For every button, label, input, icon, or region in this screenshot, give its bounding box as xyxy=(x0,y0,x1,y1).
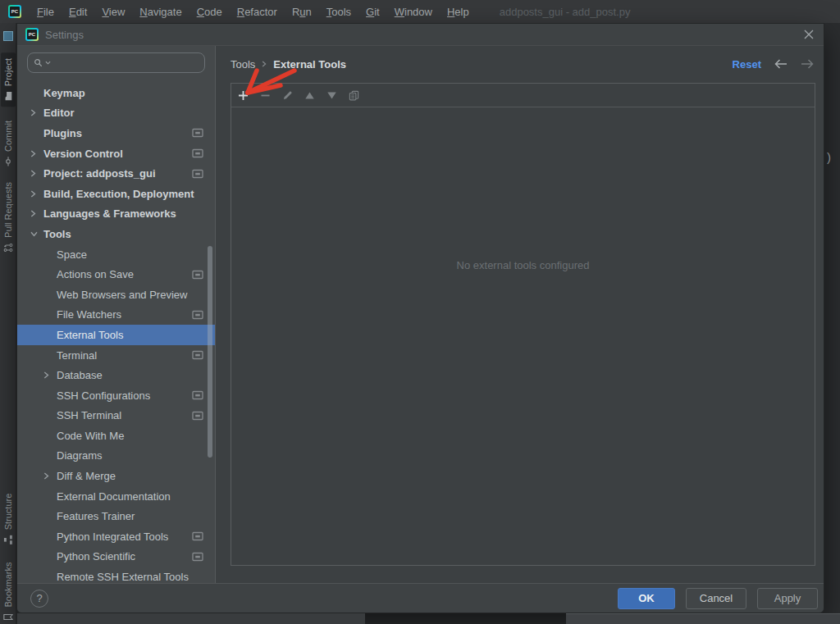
settings-tree-item-terminal[interactable]: Terminal xyxy=(17,345,215,366)
settings-page-icon xyxy=(192,390,203,400)
tree-item-label: External Tools xyxy=(57,329,123,341)
tree-item-label: Web Browsers and Preview xyxy=(57,289,187,301)
settings-tree-item-plugins[interactable]: Plugins xyxy=(17,123,215,143)
tree-item-label: Python Integrated Tools xyxy=(57,531,168,543)
settings-tree-item-ssh-configurations[interactable]: SSH Configurations xyxy=(17,385,215,406)
settings-tree-item-external-documentation[interactable]: External Documentation xyxy=(17,486,215,507)
settings-tree-item-file-watchers[interactable]: File Watchers xyxy=(17,305,215,326)
help-button[interactable]: ? xyxy=(30,590,48,608)
chevron-right-icon[interactable] xyxy=(30,109,43,116)
settings-page-icon xyxy=(192,310,203,320)
tree-item-label: SSH Terminal xyxy=(57,409,121,421)
list-toolbar xyxy=(231,84,815,107)
settings-tree-item-editor[interactable]: Editor xyxy=(17,103,215,124)
menu-refactor[interactable]: Refactor xyxy=(230,6,285,18)
tool-window-label: Pull Requests xyxy=(3,182,13,238)
menu-bar: FileEditViewNavigateCodeRefactorRunTools… xyxy=(0,0,840,23)
copy-button[interactable] xyxy=(348,89,359,101)
chevron-down-icon[interactable] xyxy=(30,231,43,237)
settings-tree-item-remote-ssh-external-tools[interactable]: Remote SSH External Tools xyxy=(17,567,215,583)
ok-button[interactable]: OK xyxy=(618,588,675,609)
tree-item-label: Keymap xyxy=(43,87,85,99)
settings-tree-item-languages-frameworks[interactable]: Languages & Frameworks xyxy=(17,204,215,225)
menu-git[interactable]: Git xyxy=(358,6,387,18)
menu-tools[interactable]: Tools xyxy=(319,6,358,18)
search-box[interactable] xyxy=(27,52,205,73)
settings-tree-item-build-execution-deployment[interactable]: Build, Execution, Deployment xyxy=(17,184,215,204)
dialog-body: KeymapEditorPluginsVersion ControlProjec… xyxy=(17,46,824,583)
settings-tree: KeymapEditorPluginsVersion ControlProjec… xyxy=(17,83,215,583)
move-up-button[interactable] xyxy=(304,89,315,101)
chevron-right-icon[interactable] xyxy=(43,371,57,379)
tool-window-icon[interactable] xyxy=(3,31,13,41)
chevron-right-icon[interactable] xyxy=(30,210,43,217)
background-panel-fragment xyxy=(566,613,840,624)
folder-icon xyxy=(3,91,13,101)
reset-link[interactable]: Reset xyxy=(733,58,761,71)
back-arrow-icon[interactable] xyxy=(774,59,788,69)
tree-item-label: Tools xyxy=(43,228,71,240)
pycharm-logo-icon xyxy=(25,28,39,41)
tool-window-button-commit[interactable]: Commit xyxy=(1,115,16,172)
settings-tree-item-python-integrated-tools[interactable]: Python Integrated Tools xyxy=(17,526,215,547)
pull-request-icon xyxy=(3,243,13,253)
settings-tree-item-diagrams[interactable]: Diagrams xyxy=(17,446,215,467)
tree-item-label: External Documentation xyxy=(57,490,171,503)
menu-file[interactable]: File xyxy=(30,6,62,18)
settings-tree-item-ssh-terminal[interactable]: SSH Terminal xyxy=(17,406,215,426)
menu-help[interactable]: Help xyxy=(440,6,477,18)
settings-tree-item-tools[interactable]: Tools xyxy=(17,224,215,244)
settings-page-icon xyxy=(192,552,203,562)
settings-dialog: Settings KeymapEditorPluginsVersion Cont… xyxy=(16,23,824,613)
chevron-right-icon[interactable] xyxy=(30,150,43,157)
cancel-button[interactable]: Cancel xyxy=(686,588,746,609)
tree-item-label: Build, Execution, Deployment xyxy=(43,188,194,200)
menu-edit[interactable]: Edit xyxy=(62,6,94,18)
settings-tree-item-external-tools[interactable]: External Tools xyxy=(17,325,215,345)
tree-item-label: Version Control xyxy=(43,148,123,160)
empty-list-message: No external tools configured xyxy=(231,259,815,271)
chevron-right-icon[interactable] xyxy=(43,472,57,480)
settings-tree-item-diff-merge[interactable]: Diff & Merge xyxy=(17,466,215,486)
settings-tree-item-features-trainer[interactable]: Features Trainer xyxy=(17,506,215,526)
chevron-right-icon[interactable] xyxy=(30,190,43,198)
close-icon[interactable] xyxy=(804,30,814,39)
settings-tree-item-web-browsers-and-preview[interactable]: Web Browsers and Preview xyxy=(17,285,215,305)
settings-tree-item-code-with-me[interactable]: Code With Me xyxy=(17,426,215,446)
settings-page-icon xyxy=(192,148,203,158)
scrollbar-thumb[interactable] xyxy=(208,246,212,458)
menu-navigate[interactable]: Navigate xyxy=(132,6,189,18)
tool-window-button-pull-requests[interactable]: Pull Requests xyxy=(1,176,16,258)
tree-item-label: SSH Configurations xyxy=(57,389,150,402)
tool-window-label: Commit xyxy=(3,121,13,152)
settings-tree-item-database[interactable]: Database xyxy=(17,365,215,385)
move-down-button[interactable] xyxy=(326,89,337,101)
settings-tree-item-python-scientific[interactable]: Python Scientific xyxy=(17,547,215,567)
commit-icon xyxy=(3,157,13,166)
settings-tree-item-space[interactable]: Space xyxy=(17,244,215,265)
tool-window-button-bookmarks[interactable]: Bookmarks xyxy=(1,556,16,624)
chevron-right-icon[interactable] xyxy=(30,170,43,177)
menu-run[interactable]: Run xyxy=(285,6,319,18)
window-title: addposts_gui - add_post.py xyxy=(500,6,631,18)
settings-page-icon xyxy=(192,169,203,179)
settings-tree-item-keymap[interactable]: Keymap xyxy=(17,83,215,103)
apply-button[interactable]: Apply xyxy=(757,588,818,609)
tree-item-label: Database xyxy=(57,369,103,381)
forward-arrow-icon[interactable] xyxy=(801,59,814,69)
tree-item-label: Terminal xyxy=(57,349,97,362)
menu-window[interactable]: Window xyxy=(387,6,440,18)
menu-code[interactable]: Code xyxy=(189,6,230,18)
tree-item-label: Editor xyxy=(43,107,75,119)
bookmark-icon xyxy=(3,613,13,622)
settings-tree-item-version-control[interactable]: Version Control xyxy=(17,143,215,164)
search-input[interactable] xyxy=(53,57,199,69)
settings-tree-item-actions-on-save[interactable]: Actions on Save xyxy=(17,264,215,285)
tool-window-button-structure[interactable]: Structure xyxy=(1,488,16,551)
tool-window-button-project[interactable]: Project xyxy=(1,52,16,107)
annotation-arrow xyxy=(236,66,300,102)
settings-tree-item-project-addposts-gui[interactable]: Project: addposts_gui xyxy=(17,163,215,184)
tree-item-label: Diagrams xyxy=(57,449,103,462)
menu-view[interactable]: View xyxy=(94,6,132,18)
settings-page-icon xyxy=(192,270,203,280)
